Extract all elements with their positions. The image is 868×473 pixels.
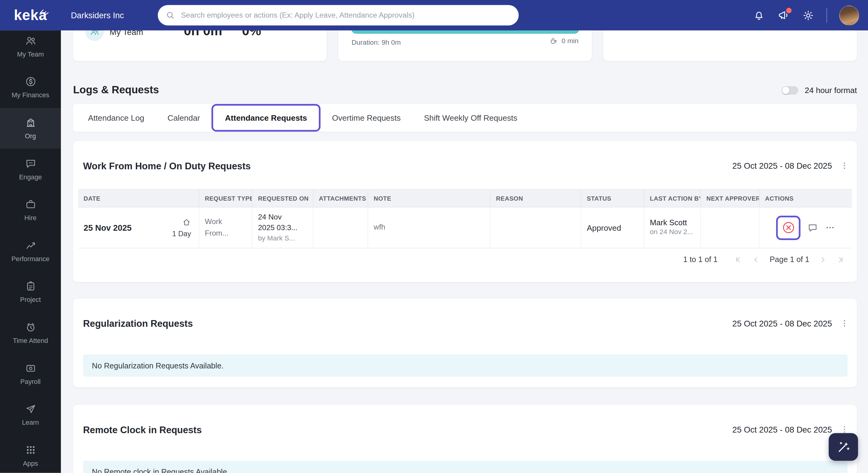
sidebar-item-label: Payroll — [20, 378, 41, 385]
magic-wand-icon — [836, 440, 850, 454]
card-menu-kebab-icon[interactable] — [840, 425, 849, 434]
sidebar-item-learn[interactable]: Learn — [0, 394, 61, 435]
hour-format-control: 24 hour format — [782, 86, 857, 95]
tab-overtime-requests[interactable]: Overtime Requests — [320, 104, 412, 132]
empty-state-message: No Regularization Requests Available. — [83, 354, 848, 377]
24-hour-format-toggle[interactable] — [782, 86, 798, 94]
hire-briefcase-icon — [25, 199, 36, 210]
org-building-icon — [25, 117, 36, 128]
status-cell: Approved — [581, 207, 644, 248]
col-request-type: REQUEST TYPE — [199, 190, 252, 207]
sidebar-item-engage[interactable]: Engage — [0, 149, 61, 190]
magic-wand-assistant-button[interactable] — [829, 433, 858, 461]
cancel-request-icon[interactable] — [781, 221, 795, 234]
engage-chat-icon — [25, 158, 36, 169]
date-range[interactable]: 25 Oct 2025 - 08 Dec 2025 — [732, 161, 832, 170]
sidebar-item-my-finances[interactable]: My Finances — [0, 67, 61, 108]
last-action-on: on 24 Nov 2... — [650, 227, 694, 237]
shift-progress-bar — [351, 30, 579, 34]
toggle-label: 24 hour format — [805, 86, 857, 95]
attachments-cell — [313, 207, 368, 248]
shift-summary-card: Duration: 9h 0m 0 min — [338, 30, 592, 61]
comment-icon[interactable] — [807, 222, 818, 233]
col-note: NOTE — [368, 190, 490, 207]
sidebar-item-apps[interactable]: Apps — [0, 435, 61, 473]
notifications-bell-icon[interactable] — [753, 9, 765, 21]
time-clock-icon — [25, 321, 36, 333]
note-cell: wfh — [368, 207, 490, 248]
apps-grid-icon — [25, 444, 36, 456]
date-range[interactable]: 25 Oct 2025 - 08 Dec 2025 — [732, 425, 832, 434]
announcements-icon[interactable] — [777, 9, 790, 22]
tab-shift-weekly-off-requests[interactable]: Shift Weekly Off Requests — [412, 104, 529, 132]
more-actions-ellipsis-icon[interactable] — [825, 222, 835, 233]
break-time-value: 0 min — [562, 37, 579, 45]
logs-requests-header: Logs & Requests 24 hour format — [73, 81, 857, 99]
col-attachments: ATTACHMENTS — [313, 190, 368, 207]
col-requested-on: REQUESTED ON — [252, 190, 313, 207]
user-avatar[interactable] — [839, 5, 859, 25]
team-percent-value: 0% — [242, 30, 261, 39]
tab-calendar[interactable]: Calendar — [156, 104, 212, 132]
table-header-row: DATE REQUEST TYPE REQUESTED ON ATTACHMEN… — [78, 189, 852, 207]
tab-attendance-log[interactable]: Attendance Log — [76, 104, 156, 132]
shift-duration-label: Duration: 9h 0m — [351, 39, 401, 46]
sidebar-item-label: Apps — [23, 460, 38, 467]
break-time-group: 0 min — [550, 36, 579, 45]
card-header-right: 25 Oct 2025 - 08 Dec 2025 — [732, 161, 849, 170]
team-hours-value: 0h 0m — [184, 30, 222, 39]
request-type: Work From... — [205, 216, 246, 239]
team-icon — [25, 35, 36, 46]
next-approver-cell — [701, 207, 760, 248]
sidebar-item-org[interactable]: Org — [0, 108, 61, 149]
card-title: Remote Clock in Requests — [83, 425, 202, 436]
project-clipboard-icon — [25, 280, 36, 292]
sidebar-item-project[interactable]: Project — [0, 271, 61, 312]
card-menu-kebab-icon[interactable] — [840, 318, 849, 328]
card-menu-kebab-icon[interactable] — [840, 161, 849, 170]
previous-page-icon[interactable] — [752, 255, 760, 264]
main-content: My Team 0h 0m 0% Duration: 9h 0m 0 min L… — [61, 30, 868, 473]
reason-cell — [490, 207, 581, 248]
sidebar-item-performance[interactable]: Performance — [0, 231, 61, 272]
toggle-knob — [782, 87, 789, 94]
keka-logo[interactable]: keka — [0, 7, 61, 24]
first-page-icon[interactable] — [734, 255, 742, 264]
global-search[interactable] — [158, 5, 519, 25]
sidebar-item-time-attend[interactable]: Time Attend — [0, 312, 61, 353]
extra-summary-card — [603, 30, 857, 61]
coffee-cup-icon — [550, 36, 558, 45]
actions-cell — [760, 207, 852, 248]
col-next-approver: NEXT APPROVER — [701, 190, 760, 207]
regularization-card: Regularization Requests 25 Oct 2025 - 08… — [73, 299, 857, 387]
col-actions: ACTIONS — [760, 190, 852, 207]
settings-gear-icon[interactable] — [802, 9, 814, 21]
search-icon — [165, 11, 175, 20]
home-icon — [182, 218, 191, 227]
date-side: 1 Day — [172, 218, 191, 238]
sidebar-item-label: Org — [25, 132, 36, 140]
payroll-card-icon — [25, 362, 36, 374]
col-date: DATE — [78, 190, 199, 207]
sidebar-item-payroll[interactable]: Payroll — [0, 353, 61, 395]
table-row: 25 Nov 2025 1 Day Work From... 24 Nov 20… — [78, 207, 852, 248]
card-header-right: 25 Oct 2025 - 08 Dec 2025 — [732, 318, 849, 328]
sidebar-item-label: Time Attend — [13, 337, 48, 344]
sidebar-item-label: My Finances — [11, 91, 49, 99]
remote-clock-in-card: Remote Clock in Requests 25 Oct 2025 - 0… — [73, 405, 857, 473]
announcements-badge — [785, 7, 792, 14]
my-team-summary-card: My Team 0h 0m 0% — [73, 30, 327, 61]
sidebar-item-my-team[interactable]: My Team — [0, 30, 61, 67]
global-search-input[interactable] — [180, 11, 511, 20]
next-page-icon[interactable] — [819, 255, 827, 264]
sidebar-item-label: Project — [20, 296, 41, 303]
wfh-requests-table: DATE REQUEST TYPE REQUESTED ON ATTACHMEN… — [78, 189, 852, 248]
wfh-on-duty-card: Work From Home / On Duty Requests 25 Oct… — [73, 141, 857, 282]
card-title: Regularization Requests — [83, 318, 193, 330]
tab-attendance-requests[interactable]: Attendance Requests — [212, 104, 320, 132]
summary-cards-row: My Team 0h 0m 0% Duration: 9h 0m 0 min — [73, 30, 857, 61]
last-action-by-name: Mark Scott — [650, 218, 694, 227]
sidebar-item-hire[interactable]: Hire — [0, 190, 61, 231]
last-page-icon[interactable] — [836, 255, 844, 264]
date-range[interactable]: 25 Oct 2025 - 08 Dec 2025 — [732, 318, 832, 328]
